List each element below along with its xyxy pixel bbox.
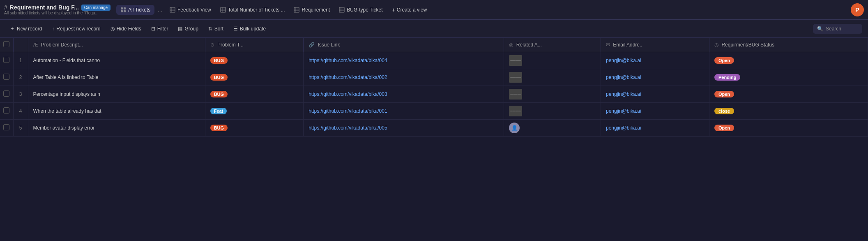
cell-issue-link: https://github.com/vikadata/bika/005 xyxy=(304,120,504,137)
th-rownum xyxy=(13,38,28,52)
related-avatar: 👤 xyxy=(509,123,520,133)
cell-problem-type: BUG xyxy=(205,86,303,103)
cell-problem-desc: Percentage input displays as n xyxy=(28,86,205,103)
cell-related xyxy=(504,52,601,69)
new-record-label: New record xyxy=(17,26,42,32)
request-new-record-button[interactable]: ↑ Request new record xyxy=(48,24,104,34)
grid-icon xyxy=(120,7,126,13)
cell-status: Open xyxy=(709,86,868,103)
related-thumbnail xyxy=(509,89,522,100)
row-checkbox[interactable] xyxy=(3,90,9,97)
issue-link-icon: 🔗 xyxy=(309,42,315,48)
search-icon: 🔍 xyxy=(817,26,823,32)
th-issue-link: 🔗 Issue Link xyxy=(304,38,504,52)
cell-status: Open xyxy=(709,52,868,69)
table-icon-1 xyxy=(170,7,175,13)
request-new-label: Request new record xyxy=(56,26,100,32)
cell-checkbox xyxy=(0,69,13,86)
email-icon: ✉ xyxy=(606,42,610,48)
title-hash: # xyxy=(4,4,7,11)
cell-problem-desc: When the table already has dat xyxy=(28,103,205,120)
table-header-row: Æ Problem Descript... ⊙ Problem T... 🔗 I… xyxy=(0,38,868,52)
create-view-button[interactable]: + Create a view xyxy=(388,5,431,15)
problem-desc-icon: Æ xyxy=(33,42,38,48)
type-badge: BUG xyxy=(210,74,228,81)
cell-problem-type: BUG xyxy=(205,120,303,137)
row-checkbox[interactable] xyxy=(3,57,9,63)
th-checkbox xyxy=(0,38,13,52)
cell-checkbox xyxy=(0,86,13,103)
tab-total-number-label: Total Number of Tickets ... xyxy=(228,7,285,13)
issue-link-anchor[interactable]: https://github.com/vikadata/bika/001 xyxy=(309,108,387,114)
app-subtitle: All submitted tickets will be displayed … xyxy=(4,11,111,15)
user-avatar[interactable]: P xyxy=(851,3,864,16)
problem-type-icon: ⊙ xyxy=(210,42,214,48)
cell-email: pengjin@bika.ai xyxy=(601,103,709,120)
header-checkbox[interactable] xyxy=(3,41,9,47)
related-thumbnail xyxy=(509,106,522,116)
cell-email: pengjin@bika.ai xyxy=(601,120,709,137)
filter-button[interactable]: ⊟ Filter xyxy=(147,24,173,34)
cell-problem-type: Feat xyxy=(205,103,303,120)
svg-rect-16 xyxy=(339,7,344,12)
status-badge: Open xyxy=(714,91,734,97)
cell-related: 👤 xyxy=(504,120,601,137)
cell-status: Open xyxy=(709,120,868,137)
group-icon: ▤ xyxy=(178,26,182,32)
issue-link-anchor[interactable]: https://github.com/vikadata/bika/004 xyxy=(309,58,387,63)
can-manage-badge[interactable]: Can manage xyxy=(81,5,111,11)
cell-rownum: 3 xyxy=(13,86,28,103)
tab-requirement-label: Requirement xyxy=(302,7,330,13)
row-checkbox[interactable] xyxy=(3,124,9,130)
tab-all-tickets[interactable]: All Tickets xyxy=(116,5,154,15)
th-related-label: Related A... xyxy=(516,42,542,48)
type-badge: BUG xyxy=(210,125,228,131)
status-icon: ◷ xyxy=(714,42,718,48)
th-problem-desc-label: Problem Descript... xyxy=(41,42,83,48)
row-checkbox[interactable] xyxy=(3,107,9,114)
tab-feedback-view-label: Feedback View xyxy=(177,7,211,13)
group-label: Group xyxy=(184,26,198,32)
svg-rect-8 xyxy=(221,7,226,12)
row-checkbox[interactable] xyxy=(3,74,9,80)
tab-more-dots[interactable]: ... xyxy=(155,5,165,14)
tab-feedback-view[interactable]: Feedback View xyxy=(166,5,215,15)
cell-rownum: 1 xyxy=(13,52,28,69)
app-title-section: # Requirement and Bug F... Can manage Al… xyxy=(4,4,111,15)
cell-rownum: 4 xyxy=(13,103,28,120)
bulk-update-label: Bulk update xyxy=(240,26,266,32)
cell-email: pengjin@bika.ai xyxy=(601,86,709,103)
th-issue-link-label: Issue Link xyxy=(318,42,340,48)
table-icon-2 xyxy=(220,7,226,13)
main-table: Æ Problem Descript... ⊙ Problem T... 🔗 I… xyxy=(0,38,868,137)
bulk-icon: ☰ xyxy=(233,26,238,32)
tab-requirement[interactable]: Requirement xyxy=(290,5,334,15)
table-container: Æ Problem Descript... ⊙ Problem T... 🔗 I… xyxy=(0,38,868,241)
new-record-button[interactable]: ＋ New record xyxy=(6,23,46,34)
tab-total-number[interactable]: Total Number of Tickets ... xyxy=(216,5,289,15)
top-bar: # Requirement and Bug F... Can manage Al… xyxy=(0,0,868,20)
issue-link-anchor[interactable]: https://github.com/vikadata/bika/005 xyxy=(309,125,387,131)
search-box[interactable]: 🔍 Search xyxy=(813,24,862,34)
hide-fields-button[interactable]: ◎ Hide Fields xyxy=(106,24,145,34)
th-status-label: Requirment/BUG Status xyxy=(721,42,774,48)
bulk-update-button[interactable]: ☰ Bulk update xyxy=(229,24,270,34)
request-icon: ↑ xyxy=(52,26,54,32)
svg-rect-12 xyxy=(294,7,299,12)
sort-button[interactable]: ⇅ Sort xyxy=(204,24,228,34)
tab-all-tickets-label: All Tickets xyxy=(128,7,150,13)
nav-tabs: All Tickets ... Feedback View Total Numb… xyxy=(116,5,848,15)
issue-link-anchor[interactable]: https://github.com/vikadata/bika/002 xyxy=(309,74,387,80)
search-placeholder: Search xyxy=(826,26,841,32)
cell-checkbox xyxy=(0,52,13,69)
table-row: 4 When the table already has dat Feat ht… xyxy=(0,103,868,120)
group-button[interactable]: ▤ Group xyxy=(174,24,202,34)
cell-related xyxy=(504,86,601,103)
create-view-label: Create a view xyxy=(397,7,427,13)
cell-issue-link: https://github.com/vikadata/bika/001 xyxy=(304,103,504,120)
type-badge: BUG xyxy=(210,57,228,64)
tab-bug-type[interactable]: BUG-type Ticket xyxy=(335,5,387,15)
cell-related xyxy=(504,103,601,120)
issue-link-anchor[interactable]: https://github.com/vikadata/bika/003 xyxy=(309,91,387,97)
table-icon-3 xyxy=(294,7,299,13)
